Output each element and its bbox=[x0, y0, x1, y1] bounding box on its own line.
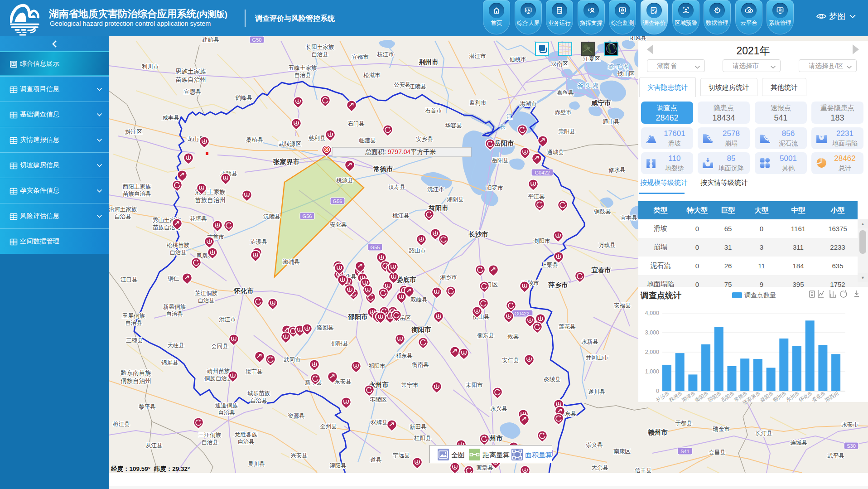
svg-text:自治县: 自治县 bbox=[169, 249, 187, 256]
svg-text:榕江县: 榕江县 bbox=[112, 421, 130, 427]
svg-text:永安市: 永安市 bbox=[841, 421, 858, 428]
svg-text:长阳土家族: 长阳土家族 bbox=[306, 44, 334, 50]
svg-text:通城县: 通城县 bbox=[547, 149, 564, 155]
svg-text:通道侗族: 通道侗族 bbox=[215, 402, 238, 409]
svg-text:P: P bbox=[588, 8, 591, 12]
svg-text:监利市: 监利市 bbox=[469, 100, 487, 106]
svg-text:潜江市: 潜江市 bbox=[469, 53, 486, 59]
svg-text:汨罗市: 汨罗市 bbox=[486, 185, 503, 191]
svg-text:自治县: 自治县 bbox=[311, 51, 328, 58]
svg-text:攸县: 攸县 bbox=[507, 334, 519, 340]
svg-text:自治县: 自治县 bbox=[125, 320, 142, 326]
svg-text:G55: G55 bbox=[371, 245, 380, 250]
svg-text:耒阳市: 耒阳市 bbox=[466, 382, 483, 388]
svg-text:资源县: 资源县 bbox=[288, 413, 305, 419]
svg-text:新晃侗族: 新晃侗族 bbox=[163, 304, 186, 310]
svg-text:上栗县: 上栗县 bbox=[541, 262, 558, 268]
svg-text:玉屏侗族: 玉屏侗族 bbox=[122, 313, 145, 319]
svg-text:莲花县: 莲花县 bbox=[559, 324, 576, 330]
svg-text:天柱县: 天柱县 bbox=[167, 342, 184, 349]
svg-text:衡东县: 衡东县 bbox=[477, 332, 494, 339]
svg-text:衡阳市: 衡阳市 bbox=[411, 326, 431, 333]
svg-text:长汀县: 长汀县 bbox=[755, 430, 772, 436]
svg-text:于都县: 于都县 bbox=[675, 420, 692, 426]
svg-text:安仁县: 安仁县 bbox=[502, 357, 519, 363]
svg-text:平江县: 平江县 bbox=[528, 194, 545, 200]
svg-text:锦屏县: 锦屏县 bbox=[161, 359, 178, 366]
svg-text:长沙市: 长沙市 bbox=[468, 231, 488, 238]
svg-text:宜春市: 宜春市 bbox=[591, 266, 611, 274]
svg-text:4,000: 4,000 bbox=[645, 310, 659, 316]
svg-text:自治县: 自治县 bbox=[294, 72, 311, 78]
svg-text:宜丰县: 宜丰县 bbox=[620, 215, 637, 221]
svg-text:花垣县: 花垣县 bbox=[189, 216, 207, 222]
svg-text:公安县: 公安县 bbox=[394, 82, 411, 88]
svg-text:常宁市: 常宁市 bbox=[401, 382, 419, 388]
svg-text:d: d bbox=[716, 9, 717, 12]
svg-text:自治县: 自治县 bbox=[166, 311, 183, 317]
svg-text:1,000: 1,000 bbox=[645, 368, 659, 375]
svg-text:全州县: 全州县 bbox=[320, 423, 337, 430]
svg-text:松桃苗族: 松桃苗族 bbox=[167, 242, 190, 248]
svg-text:五峰土家族: 五峰土家族 bbox=[289, 65, 317, 71]
svg-text:桂阳县: 桂阳县 bbox=[414, 435, 431, 441]
svg-text:黔东南苗族: 黔东南苗族 bbox=[121, 369, 151, 376]
svg-text:武冈市: 武冈市 bbox=[283, 357, 301, 363]
svg-text:安乡县: 安乡县 bbox=[416, 136, 433, 142]
svg-text:恩施土家族: 恩施土家族 bbox=[175, 68, 206, 75]
svg-text:隆回县: 隆回县 bbox=[317, 324, 334, 331]
svg-text:永新县: 永新县 bbox=[581, 339, 598, 345]
svg-text:桑植县: 桑植县 bbox=[246, 137, 263, 143]
svg-text:华容县: 华容县 bbox=[445, 122, 462, 129]
svg-text:湘乡市: 湘乡市 bbox=[440, 274, 457, 281]
svg-text:侗族自治州: 侗族自治州 bbox=[121, 378, 151, 384]
svg-text:遂川县: 遂川县 bbox=[588, 389, 605, 395]
svg-text:赣州市: 赣州市 bbox=[648, 429, 668, 436]
svg-text:自治县: 自治县 bbox=[237, 439, 255, 445]
svg-text:新田县: 新田县 bbox=[410, 424, 427, 430]
svg-text:从江县: 从江县 bbox=[145, 442, 163, 449]
svg-text:娄底市: 娄底市 bbox=[396, 276, 416, 283]
svg-text:黔江区: 黔江区 bbox=[125, 129, 142, 135]
svg-text:灌阳县: 灌阳县 bbox=[329, 463, 347, 469]
svg-text:自治县: 自治县 bbox=[250, 397, 267, 404]
svg-text:武陵源区: 武陵源区 bbox=[278, 141, 302, 147]
svg-text:邵阳市: 邵阳市 bbox=[707, 390, 723, 403]
svg-text:苗族自治州: 苗族自治州 bbox=[195, 197, 226, 203]
svg-text:龙胜各族: 龙胜各族 bbox=[235, 431, 258, 438]
svg-text:慈利县: 慈利县 bbox=[308, 135, 326, 141]
svg-text:崇阳县: 崇阳县 bbox=[558, 128, 575, 135]
svg-text:祁东县: 祁东县 bbox=[395, 353, 413, 359]
svg-text:咸丰县: 咸丰县 bbox=[162, 115, 179, 121]
svg-text:岳阳市: 岳阳市 bbox=[720, 390, 735, 402]
svg-text:武平县: 武平县 bbox=[827, 453, 844, 459]
svg-text:常德市: 常德市 bbox=[373, 165, 393, 173]
svg-text:连城县: 连城县 bbox=[790, 440, 807, 446]
svg-text:长: 长 bbox=[500, 123, 506, 130]
svg-text:S30: S30 bbox=[847, 443, 856, 449]
svg-text:萍乡市: 萍乡市 bbox=[548, 281, 568, 289]
svg-text:信丰县: 信丰县 bbox=[634, 467, 652, 473]
svg-text:岳阳市: 岳阳市 bbox=[494, 140, 514, 147]
svg-text:嘉鱼县: 嘉鱼县 bbox=[557, 90, 574, 96]
svg-text:三江侗族: 三江侗族 bbox=[198, 432, 222, 438]
svg-text:炎陵县: 炎陵县 bbox=[544, 376, 561, 382]
svg-text:万载县: 万载县 bbox=[598, 242, 616, 248]
svg-text:灵川县: 灵川县 bbox=[248, 461, 265, 467]
svg-text:铜仁: 铜仁 bbox=[168, 276, 179, 282]
svg-text:娄底市: 娄底市 bbox=[811, 390, 826, 402]
svg-text:怀化市: 怀化市 bbox=[797, 390, 813, 403]
svg-text:洪江市: 洪江市 bbox=[219, 316, 236, 323]
svg-text:湘西州: 湘西州 bbox=[824, 390, 839, 402]
svg-text:自治县: 自治县 bbox=[114, 213, 131, 220]
svg-text:桃源县: 桃源县 bbox=[336, 177, 353, 184]
svg-text:双牌县: 双牌县 bbox=[371, 419, 388, 426]
svg-text:G0422: G0422 bbox=[514, 311, 529, 316]
svg-text:株洲市: 株洲市 bbox=[667, 390, 683, 403]
svg-text:宜章县: 宜章县 bbox=[476, 465, 493, 471]
svg-text:宣恩县: 宣恩县 bbox=[184, 89, 201, 95]
svg-text:祁阳市: 祁阳市 bbox=[368, 363, 386, 369]
svg-text:通山县: 通山县 bbox=[603, 119, 620, 125]
svg-text:城步苗族: 城步苗族 bbox=[247, 390, 270, 397]
svg-text:汉南区: 汉南区 bbox=[551, 61, 568, 67]
